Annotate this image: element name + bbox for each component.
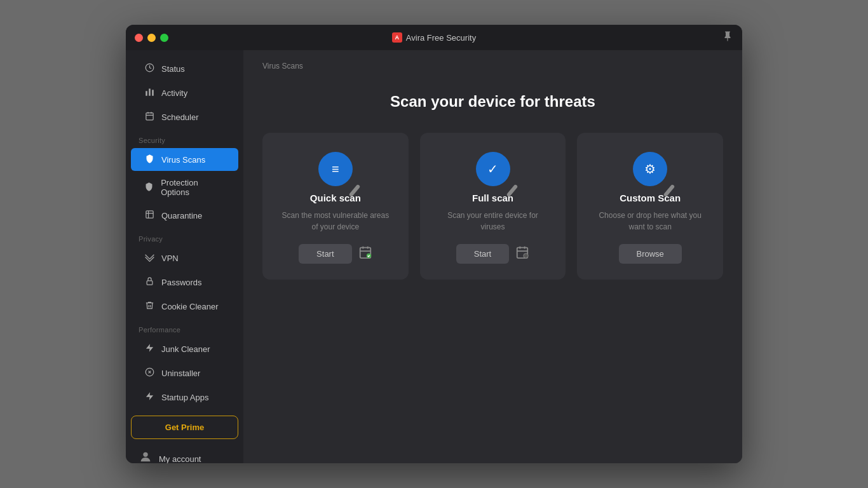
account-icon	[139, 450, 153, 463]
passwords-icon	[144, 276, 155, 288]
sidebar-item-status-label: Status	[161, 64, 185, 74]
custom-scan-icon: ⚙	[633, 152, 667, 186]
sidebar-item-startup-apps-label: Startup Apps	[161, 393, 208, 402]
custom-scan-name: Custom Scan	[620, 193, 681, 203]
startup-apps-icon	[144, 391, 155, 403]
sidebar-item-passwords-label: Passwords	[161, 278, 202, 287]
sidebar-item-virus-scans[interactable]: Virus Scans	[131, 148, 238, 171]
quick-scan-calendar-icon[interactable]	[358, 245, 372, 262]
custom-scan-desc: Choose or drop here what you want to sca…	[593, 210, 707, 233]
traffic-lights	[135, 34, 168, 42]
virus-scans-icon	[144, 154, 155, 165]
my-account-item[interactable]: My account	[131, 444, 238, 463]
sidebar-item-cookie-cleaner[interactable]: Cookie Cleaner	[131, 295, 238, 318]
custom-scan-actions: Browse	[619, 244, 682, 264]
close-button[interactable]	[135, 34, 143, 42]
full-scan-calendar-icon[interactable]	[515, 245, 529, 262]
sidebar-item-protection-options-label: Protection Options	[161, 178, 226, 197]
vpn-icon	[144, 252, 155, 264]
app-window: A Avira Free Security Status Activit	[126, 25, 742, 463]
sidebar-item-status[interactable]: Status	[131, 57, 238, 80]
breadcrumb: Virus Scans	[243, 50, 742, 74]
full-scan-card: ✓ Full scan Scan your entire device for …	[420, 133, 566, 280]
sidebar-item-quarantine-label: Quarantine	[161, 211, 202, 220]
sidebar-item-uninstaller-label: Uninstaller	[161, 369, 200, 378]
svg-rect-3	[152, 90, 154, 95]
quick-scan-card: ≡ Quick scan Scan the most vulnerable ar…	[262, 133, 409, 280]
cookie-cleaner-icon	[144, 301, 155, 312]
scan-cards-container: ≡ Quick scan Scan the most vulnerable ar…	[243, 133, 742, 280]
sidebar-item-activity-label: Activity	[161, 88, 187, 98]
svg-rect-1	[146, 91, 147, 96]
sidebar-item-quarantine[interactable]: Quarantine	[131, 204, 238, 227]
svg-point-25	[524, 254, 528, 258]
status-icon	[144, 63, 155, 74]
privacy-section-label: Privacy	[126, 227, 243, 246]
sidebar-item-startup-apps[interactable]: Startup Apps	[131, 386, 238, 409]
junk-cleaner-icon	[144, 343, 155, 355]
quick-scan-actions: Start	[299, 244, 372, 264]
security-section-label: Security	[126, 129, 243, 147]
custom-scan-card: ⚙ Custom Scan Choose or drop here what y…	[577, 133, 723, 280]
sidebar-item-scheduler[interactable]: Scheduler	[131, 105, 238, 128]
sidebar-item-passwords[interactable]: Passwords	[131, 271, 238, 294]
sidebar-item-uninstaller[interactable]: Uninstaller	[131, 362, 238, 384]
sidebar-item-scheduler-label: Scheduler	[161, 112, 199, 122]
uninstaller-icon	[144, 367, 155, 379]
sidebar-item-activity[interactable]: Activity	[131, 81, 238, 104]
scheduler-icon	[144, 111, 155, 123]
sidebar-item-cookie-cleaner-label: Cookie Cleaner	[161, 302, 219, 311]
custom-scan-browse-button[interactable]: Browse	[619, 244, 682, 264]
main-content: Virus Scans Scan your device for threats…	[243, 50, 742, 463]
sidebar-bottom: Get Prime My account	[126, 409, 243, 463]
sidebar-item-junk-cleaner[interactable]: Junk Cleaner	[131, 337, 238, 360]
svg-rect-8	[146, 211, 153, 218]
svg-rect-4	[146, 113, 153, 120]
quick-scan-icon: ≡	[318, 152, 353, 186]
sidebar-item-vpn[interactable]: VPN	[131, 247, 238, 269]
quick-scan-start-button[interactable]: Start	[299, 244, 351, 264]
app-body: Status Activity Scheduler Security	[126, 50, 742, 463]
app-title: Avira Free Security	[406, 33, 476, 43]
quarantine-icon	[144, 210, 155, 221]
pin-icon[interactable]	[722, 30, 733, 44]
sidebar-item-vpn-label: VPN	[161, 254, 179, 263]
sidebar: Status Activity Scheduler Security	[126, 50, 243, 463]
avira-logo-icon: A	[392, 32, 402, 43]
full-scan-actions: Start	[456, 244, 529, 264]
minimize-button[interactable]	[147, 34, 156, 42]
sidebar-item-virus-scans-label: Virus Scans	[161, 155, 205, 165]
full-scan-start-button[interactable]: Start	[456, 244, 509, 264]
full-scan-desc: Scan your entire device for viruses	[436, 210, 550, 233]
sidebar-item-protection-options[interactable]: Protection Options	[131, 172, 238, 203]
quick-scan-desc: Scan the most vulnerable areas of your d…	[278, 210, 393, 233]
full-scan-icon: ✓	[476, 152, 510, 186]
page-title: Scan your device for threats	[243, 93, 742, 111]
svg-point-15	[143, 452, 147, 457]
sidebar-item-junk-cleaner-label: Junk Cleaner	[161, 344, 210, 354]
svg-rect-11	[147, 281, 153, 285]
maximize-button[interactable]	[160, 34, 168, 42]
protection-options-icon	[144, 182, 154, 193]
svg-rect-2	[149, 89, 151, 96]
my-account-label: My account	[159, 454, 201, 464]
titlebar: A Avira Free Security	[126, 25, 742, 50]
performance-section-label: Performance	[126, 318, 243, 337]
get-prime-button[interactable]: Get Prime	[131, 416, 238, 439]
activity-icon	[144, 87, 155, 98]
titlebar-title: A Avira Free Security	[392, 32, 476, 43]
